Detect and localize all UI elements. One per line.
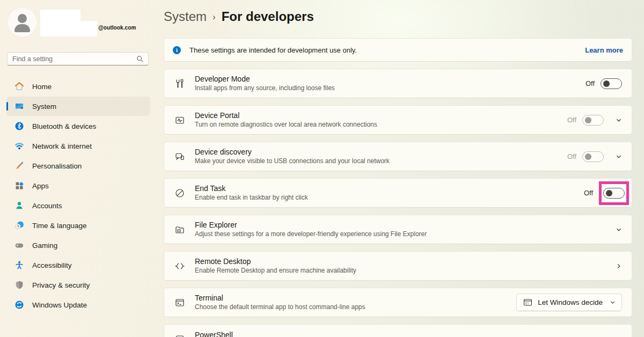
sidebar-item-network-internet[interactable]: Network & internet bbox=[6, 136, 150, 156]
chevron-down-icon[interactable] bbox=[616, 226, 622, 233]
chevron-down-icon bbox=[610, 299, 616, 305]
main-content: System › For developers i These settings… bbox=[164, 0, 632, 337]
toggle-knob bbox=[606, 190, 612, 196]
sidebar-nav: Home System Bluetooth & devices Network … bbox=[0, 77, 157, 314]
terminal-default-dropdown[interactable]: C:\ Let Windows decide bbox=[516, 294, 622, 311]
info-icon: i bbox=[173, 46, 181, 54]
wifi-icon bbox=[14, 141, 24, 151]
setting-row-terminal: Terminal Choose the default terminal app… bbox=[164, 288, 632, 317]
remote-desktop-icon bbox=[174, 261, 185, 272]
setting-subtitle: Make your device visible to USB connecti… bbox=[195, 157, 390, 165]
sidebar-item-home[interactable]: Home bbox=[6, 77, 150, 96]
setting-title: End Task bbox=[195, 184, 308, 193]
chevron-right-icon[interactable] bbox=[616, 263, 622, 269]
chevron-down-icon[interactable] bbox=[616, 117, 622, 123]
account-header[interactable]: @outlook.com bbox=[7, 7, 157, 40]
user-avatar bbox=[8, 8, 37, 37]
end-task-icon bbox=[174, 188, 185, 199]
svg-text:C:\: C:\ bbox=[525, 302, 529, 305]
sidebar-item-label: System bbox=[32, 102, 56, 111]
info-banner: i These settings are intended for develo… bbox=[164, 38, 632, 62]
sidebar-item-time-language[interactable]: Time & language bbox=[6, 216, 150, 235]
device-portal-toggle bbox=[582, 115, 604, 126]
sidebar-item-personalisation[interactable]: Personalisation bbox=[6, 156, 150, 175]
developer-mode-toggle[interactable] bbox=[601, 78, 622, 89]
toggle-knob bbox=[603, 80, 610, 87]
gamepad-icon bbox=[14, 240, 24, 250]
toggle-state-label: Off bbox=[567, 116, 576, 124]
toggle-state-label: Off bbox=[567, 152, 576, 160]
accessibility-icon bbox=[14, 260, 24, 270]
setting-subtitle: Turn on remote diagnostics over local ar… bbox=[195, 121, 377, 129]
sidebar-item-accounts[interactable]: Accounts bbox=[6, 196, 150, 215]
update-icon bbox=[14, 300, 24, 310]
user-email: @outlook.com bbox=[98, 25, 136, 31]
toggle-knob bbox=[585, 153, 591, 160]
sidebar-item-label: Windows Update bbox=[32, 301, 87, 309]
paintbrush-icon bbox=[14, 161, 24, 171]
setting-row-powershell[interactable]: PowerShell bbox=[164, 324, 632, 337]
toggle-state-label: Off bbox=[586, 79, 595, 87]
tools-icon bbox=[174, 78, 185, 89]
device-discovery-toggle bbox=[582, 151, 604, 162]
setting-row-end-task: End Task Enable end task in taskbar by r… bbox=[164, 178, 632, 208]
setting-subtitle: Enable end task in taskbar by right clic… bbox=[195, 194, 308, 202]
setting-title: Terminal bbox=[195, 294, 365, 303]
banner-text: These settings are intended for developm… bbox=[189, 46, 357, 54]
setting-subtitle: Enable Remote Desktop and ensure machine… bbox=[195, 267, 356, 275]
system-icon bbox=[14, 101, 24, 111]
setting-row-file-explorer[interactable]: File Explorer Adjust these settings for … bbox=[164, 215, 632, 244]
sidebar-item-label: Apps bbox=[32, 182, 49, 190]
sidebar-item-label: Bluetooth & devices bbox=[32, 122, 96, 130]
setting-row-developer-mode: Developer Mode Install apps from any sou… bbox=[164, 69, 632, 98]
sidebar-item-label: Privacy & security bbox=[32, 281, 90, 289]
sidebar-item-label: Accounts bbox=[32, 202, 62, 210]
highlight-box bbox=[599, 181, 629, 205]
setting-title: Device discovery bbox=[195, 148, 390, 157]
toggle-state-label: Off bbox=[584, 189, 593, 197]
setting-row-device-portal[interactable]: Device Portal Turn on remote diagnostics… bbox=[164, 105, 632, 135]
learn-more-link[interactable]: Learn more bbox=[585, 46, 623, 54]
redacted-name bbox=[40, 21, 97, 36]
device-discovery-icon bbox=[174, 151, 185, 162]
sidebar-item-windows-update[interactable]: Windows Update bbox=[6, 295, 150, 314]
bluetooth-icon bbox=[14, 121, 24, 131]
sidebar-item-accessibility[interactable]: Accessibility bbox=[6, 255, 150, 275]
home-icon bbox=[14, 82, 24, 91]
apps-icon bbox=[14, 181, 24, 191]
sidebar-item-label: Accessibility bbox=[32, 261, 72, 269]
setting-subtitle: Choose the default terminal app to host … bbox=[195, 303, 365, 311]
powershell-icon bbox=[174, 334, 185, 337]
sidebar-item-system[interactable]: System bbox=[6, 97, 150, 116]
dropdown-value: Let Windows decide bbox=[538, 298, 603, 306]
setting-row-device-discovery[interactable]: Device discovery Make your device visibl… bbox=[164, 142, 632, 171]
sidebar-item-label: Personalisation bbox=[32, 162, 82, 170]
sidebar-item-privacy-security[interactable]: Privacy & security bbox=[6, 275, 150, 295]
setting-subtitle: Adjust these settings for a more develop… bbox=[195, 230, 427, 238]
page-title: For developers bbox=[222, 8, 314, 25]
sidebar-item-bluetooth-devices[interactable]: Bluetooth & devices bbox=[6, 116, 150, 136]
console-icon: C:\ bbox=[523, 298, 532, 307]
search-input[interactable] bbox=[12, 55, 136, 63]
terminal-icon bbox=[174, 297, 185, 308]
sidebar-item-label: Gaming bbox=[32, 241, 57, 250]
setting-title: PowerShell bbox=[195, 331, 233, 337]
sidebar-item-gaming[interactable]: Gaming bbox=[6, 236, 150, 255]
end-task-toggle[interactable] bbox=[603, 188, 625, 199]
breadcrumb-separator: › bbox=[213, 8, 216, 26]
clock-globe-icon bbox=[14, 221, 24, 230]
setting-title: Remote Desktop bbox=[195, 257, 356, 266]
chevron-down-icon[interactable] bbox=[616, 153, 622, 160]
sidebar-item-label: Time & language bbox=[32, 222, 87, 230]
device-portal-icon bbox=[174, 115, 185, 126]
sidebar-item-apps[interactable]: Apps bbox=[6, 176, 150, 195]
shield-icon bbox=[14, 280, 24, 290]
search-icon bbox=[136, 55, 144, 63]
search-box[interactable] bbox=[7, 52, 149, 65]
person-icon bbox=[14, 201, 24, 210]
breadcrumb-parent[interactable]: System bbox=[164, 8, 207, 25]
setting-row-remote-desktop[interactable]: Remote Desktop Enable Remote Desktop and… bbox=[164, 251, 632, 281]
breadcrumb: System › For developers bbox=[164, 8, 632, 27]
sidebar-item-label: Home bbox=[32, 83, 52, 91]
settings-sidebar: @outlook.com Home System Bluetooth & dev… bbox=[0, 0, 157, 337]
